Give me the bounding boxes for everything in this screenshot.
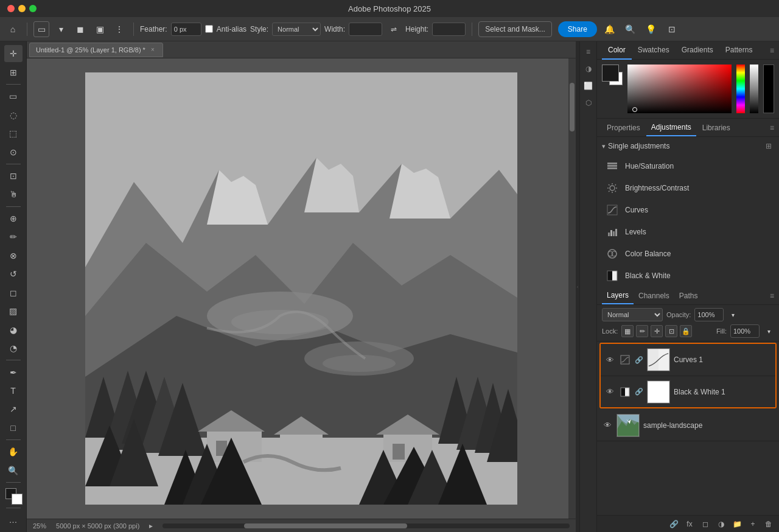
gradient-tool[interactable]: ▨: [4, 303, 23, 320]
single-col-button[interactable]: ⋮: [111, 21, 127, 37]
hscroll-bar[interactable]: [162, 523, 570, 528]
marquee-dropdown-button[interactable]: ▾: [53, 21, 69, 37]
text-tool[interactable]: T: [4, 382, 23, 399]
notification-button[interactable]: 🔔: [602, 21, 618, 37]
layer-landscape-visibility[interactable]: 👁: [602, 421, 613, 430]
style-select[interactable]: Normal: [272, 23, 321, 36]
lights-button[interactable]: 💡: [643, 21, 659, 37]
minimize-button[interactable]: [18, 5, 26, 12]
document-tab[interactable]: Untitled-1 @ 25% (Layer 1, RGB/8) * ×: [29, 43, 163, 57]
layer-new-button[interactable]: +: [746, 517, 760, 531]
adj-item-levels[interactable]: Levels: [597, 221, 779, 243]
lasso-tool[interactable]: ◌: [4, 106, 23, 123]
layer-delete-button[interactable]: 🗑: [762, 517, 775, 531]
hscroll-thumb[interactable]: [244, 523, 407, 528]
shape-tool[interactable]: □: [4, 419, 23, 436]
quick-select-tool[interactable]: ⊙: [4, 143, 23, 160]
move-tool[interactable]: ✛: [4, 45, 23, 62]
fill-input[interactable]: [730, 324, 760, 338]
square-marquee-button[interactable]: ◼: [72, 21, 88, 37]
info-arrow[interactable]: ▸: [149, 522, 153, 530]
lock-artboard[interactable]: ⊡: [665, 325, 677, 337]
pen-tool[interactable]: ✒: [4, 363, 23, 380]
layer-curves1-link[interactable]: 🔗: [635, 356, 643, 364]
layer-group-button[interactable]: 📁: [730, 517, 744, 531]
clone-stamp-tool[interactable]: ⊗: [4, 247, 23, 264]
feather-input[interactable]: [171, 23, 201, 36]
panel-icon-adjust[interactable]: ◑: [582, 62, 595, 75]
close-button[interactable]: [7, 5, 15, 12]
color-preview[interactable]: [763, 65, 774, 113]
tab-channels[interactable]: Channels: [634, 287, 674, 304]
select-mask-button[interactable]: Select and Mask...: [478, 21, 552, 37]
color-hue-strip[interactable]: [736, 65, 745, 113]
marquee-tool[interactable]: ▭: [4, 88, 23, 105]
maximize-button[interactable]: [29, 5, 37, 12]
layer-item-landscape[interactable]: 👁 sample-landscape: [597, 410, 779, 441]
object-select-tool[interactable]: ⬚: [4, 125, 23, 142]
panel-icon-color[interactable]: ⬜: [582, 79, 595, 93]
layer-fx-button[interactable]: fx: [683, 517, 696, 531]
window-controls[interactable]: [7, 5, 37, 12]
adj-item-colorbalance[interactable]: Color Balance: [597, 243, 779, 265]
share-button[interactable]: Share: [558, 21, 597, 37]
adj-item-hue-sat[interactable]: Hue/Saturation: [597, 155, 779, 177]
extra-tools[interactable]: …: [4, 511, 23, 528]
path-select-tool[interactable]: ↗: [4, 401, 23, 418]
lock-all[interactable]: 🔒: [680, 325, 692, 337]
layer-adj-button[interactable]: ◑: [714, 517, 728, 531]
swap-dimensions-button[interactable]: ⇌: [386, 21, 402, 37]
circle-marquee-button[interactable]: ▣: [92, 21, 108, 37]
anti-alias-checkbox[interactable]: [205, 25, 213, 33]
background-color[interactable]: [12, 494, 23, 505]
crop-tool[interactable]: ⊡: [4, 167, 23, 184]
marquee-tool-button[interactable]: ▭: [33, 21, 49, 37]
layer-mask-button[interactable]: ◻: [699, 517, 712, 531]
adj-tab-adjustments[interactable]: Adjustments: [646, 119, 696, 136]
adj-item-brightness[interactable]: Brightness/Contrast: [597, 177, 779, 199]
dodge-tool[interactable]: ◔: [4, 340, 23, 357]
adj-panel-more[interactable]: ≡: [770, 124, 774, 132]
adj-tab-properties[interactable]: Properties: [602, 119, 645, 136]
zoom-tool[interactable]: 🔍: [4, 462, 23, 479]
layer-curves1-visibility[interactable]: 👁: [604, 355, 615, 365]
blend-mode-select[interactable]: Normal Dissolve Multiply Screen: [602, 308, 663, 321]
canvas-scroll[interactable]: [27, 58, 576, 519]
history-brush-tool[interactable]: ↺: [4, 265, 23, 282]
fill-dropdown[interactable]: ▾: [763, 326, 774, 337]
spot-heal-tool[interactable]: ⊕: [4, 210, 23, 227]
adj-item-bw[interactable]: Black & White: [597, 265, 779, 287]
layer-item-bw1[interactable]: 👁 🔗: [601, 376, 775, 407]
doc-tab-close[interactable]: ×: [149, 46, 156, 54]
blur-tool[interactable]: ◕: [4, 321, 23, 338]
tab-gradients[interactable]: Gradients: [676, 41, 719, 60]
lock-position[interactable]: ✛: [651, 325, 663, 337]
brush-tool[interactable]: ✏: [4, 228, 23, 245]
color-panel-more[interactable]: ≡: [770, 46, 774, 55]
canvas-vscroll[interactable]: [568, 58, 576, 519]
search-button[interactable]: 🔍: [623, 21, 638, 37]
adj-tab-libraries[interactable]: Libraries: [697, 119, 735, 136]
layers-panel-more[interactable]: ≡: [770, 292, 774, 300]
eraser-tool[interactable]: ◻: [4, 284, 23, 301]
color-opacity-strip[interactable]: [750, 65, 758, 113]
layer-bw1-link[interactable]: 🔗: [635, 388, 643, 396]
tab-paths[interactable]: Paths: [674, 287, 703, 304]
adj-item-curves[interactable]: Curves: [597, 199, 779, 221]
tab-color[interactable]: Color: [602, 41, 632, 60]
panel-icon-3d[interactable]: ⬡: [582, 96, 595, 110]
height-input[interactable]: [432, 23, 466, 36]
panel-icon-layers[interactable]: ≡: [582, 45, 595, 58]
vscroll-thumb[interactable]: [570, 83, 575, 131]
opacity-dropdown[interactable]: ▾: [727, 309, 738, 320]
foreground-swatch[interactable]: [602, 65, 619, 82]
tab-swatches[interactable]: Swatches: [632, 41, 676, 60]
layer-item-curves1[interactable]: 👁 🔗: [601, 344, 775, 376]
lock-pixels[interactable]: ✏: [636, 325, 648, 337]
color-picker-main[interactable]: [627, 65, 732, 113]
artboard-tool[interactable]: ⊞: [4, 63, 23, 80]
width-input[interactable]: [349, 23, 382, 36]
layer-link-button[interactable]: 🔗: [667, 517, 680, 531]
lock-transparency[interactable]: ▦: [621, 325, 634, 337]
tab-patterns[interactable]: Patterns: [719, 41, 759, 60]
